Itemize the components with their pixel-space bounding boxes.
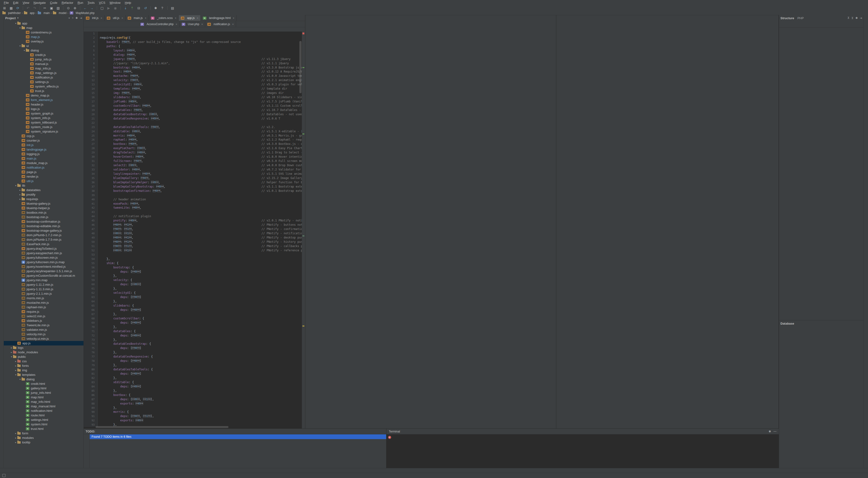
open-icon[interactable]: ⊞ bbox=[2, 6, 7, 10]
tree-item[interactable]: JSslidebars.js bbox=[4, 318, 84, 323]
tree-item[interactable]: JSnotification.js bbox=[4, 165, 84, 170]
tree-item[interactable]: JSform_element.js bbox=[4, 98, 84, 102]
tree-item[interactable]: JSsystem_graph.js bbox=[4, 111, 84, 116]
code-line[interactable]: 9 bootstrap: 0,// v3.3.0 Bootstrap js … bbox=[84, 66, 305, 70]
code-line[interactable]: 5 layout: 0, bbox=[84, 49, 305, 53]
code-line[interactable]: 31 fullScreen: 0,// v0.5.0 Full screen… bbox=[84, 159, 305, 163]
menu-code[interactable]: Code bbox=[48, 0, 59, 5]
code-line[interactable]: 19 datatables: 0,// v1.10.7 DataTables… bbox=[84, 108, 305, 113]
todo-list[interactable]: Found 7 TODO items in 6 files bbox=[90, 434, 386, 468]
code-line[interactable]: 61 }, bbox=[84, 287, 305, 291]
tree-item[interactable]: JSmanual.js bbox=[4, 62, 84, 66]
close-icon[interactable]: × bbox=[176, 23, 177, 26]
error-stripe[interactable] bbox=[302, 32, 305, 428]
code-line[interactable]: 80 datatablesTableTools: { bbox=[84, 368, 305, 372]
code-line[interactable]: 39 bbox=[84, 193, 305, 197]
tree-item[interactable]: JSlandingpage.js bbox=[4, 147, 84, 152]
tree-item[interactable]: ▾templates bbox=[4, 373, 84, 377]
tree-item[interactable]: JSvelocity.min.js bbox=[4, 332, 84, 337]
tree-item[interactable]: Hmap.html bbox=[4, 395, 84, 400]
code-line[interactable]: 57 deps: [0] bbox=[84, 270, 305, 274]
tab-notification-js[interactable]: JSnotification.js× bbox=[205, 21, 236, 27]
forward-icon[interactable]: → bbox=[90, 6, 94, 10]
code-line[interactable]: 43 bbox=[84, 210, 305, 214]
close-icon[interactable]: × bbox=[145, 17, 146, 20]
terminal-output[interactable] bbox=[393, 434, 779, 468]
tree-item[interactable]: JSsystem_info.js bbox=[4, 116, 84, 120]
synchronize-icon[interactable]: ⟳ bbox=[16, 6, 20, 10]
menu-tools[interactable]: Tools bbox=[86, 0, 97, 5]
tree-item[interactable]: Hsystem.html bbox=[4, 422, 84, 426]
code-line[interactable]: 35 blueImpGallery: 0,// v2.15.2 Image … bbox=[84, 176, 305, 181]
tree-item[interactable]: JSselect2.min.js bbox=[4, 314, 84, 318]
menu-refactor[interactable]: Refactor bbox=[60, 0, 75, 5]
menu-vcs[interactable]: VCS bbox=[97, 0, 107, 5]
tree-item[interactable]: JSblueimp-helper.js bbox=[4, 206, 84, 210]
code-line[interactable]: 79 }, bbox=[84, 363, 305, 368]
tree-item[interactable]: JSEasePack.min.js bbox=[4, 242, 84, 246]
tree-item[interactable]: JSrender.js bbox=[4, 174, 84, 179]
toolwindow-toggle-icon[interactable] bbox=[2, 474, 5, 477]
menu-navigate[interactable]: Navigate bbox=[32, 0, 48, 5]
tree-item[interactable]: JSjquery.mCustomScrollb ar.concat.m bbox=[4, 274, 84, 278]
code-line[interactable]: 36 blueImpGalleryHelper: 0,// helper f… bbox=[84, 181, 305, 185]
tree-item[interactable]: JSjquery.lazylinepainter-1.5.1.min.js bbox=[4, 269, 84, 274]
close-icon[interactable]: × bbox=[202, 23, 203, 26]
tree-item[interactable]: ▸datatables bbox=[4, 188, 84, 192]
tree-item[interactable]: JSoverlay.js bbox=[4, 39, 84, 44]
tree-item[interactable]: JScontextmenu.js bbox=[4, 30, 84, 35]
tab-util-js[interactable]: JSutil.js× bbox=[104, 15, 125, 21]
project-tree[interactable]: ▾app▾map JScontextmenu.js JSmap.js JSove… bbox=[4, 21, 84, 468]
settings-icon[interactable]: ✱ bbox=[153, 6, 158, 10]
tab-main-js[interactable]: JSmain.js× bbox=[125, 15, 149, 21]
paste-icon[interactable]: ▧ bbox=[56, 6, 60, 10]
close-icon[interactable]: × bbox=[175, 17, 176, 20]
code-line[interactable]: 20 datatablesBootstrap: 0,// DataTable… bbox=[84, 113, 305, 117]
code-line[interactable]: 21 datatablesResponsive: 0,// v1.0.6 T bbox=[84, 117, 305, 121]
code-line[interactable]: 53 bbox=[84, 253, 305, 257]
tab-user-php[interactable]: PUser.php× bbox=[180, 21, 205, 27]
code-line[interactable]: 70 }, bbox=[84, 325, 305, 329]
tree-item[interactable]: JSsystem_effects.js bbox=[4, 84, 84, 89]
code-line[interactable]: 41 easePack: 0, bbox=[84, 202, 305, 206]
code-line[interactable]: 13 velocityUI: 0,// v5.0.3 plugin for … bbox=[84, 83, 305, 87]
tree-item[interactable]: ▾map bbox=[4, 26, 84, 30]
code-line[interactable]: 60 deps: [0] bbox=[84, 282, 305, 287]
tab-_colors-scss[interactable]: S_colors.scss× bbox=[149, 15, 179, 21]
database-tree[interactable] bbox=[779, 326, 864, 468]
code-line[interactable]: 62 velocityUI: { bbox=[84, 291, 305, 295]
vertical-scrollbar[interactable] bbox=[299, 41, 302, 93]
code-line[interactable]: 34 lazylinepainter: 0,// v1.5.1 SVG li… bbox=[84, 172, 305, 176]
tab-landingpage-html[interactable]: Hlandingpage.html× bbox=[201, 15, 237, 21]
tree-item[interactable]: JSinit.js bbox=[4, 143, 84, 147]
tree-item[interactable]: JSvelocity.ui.min.js bbox=[4, 337, 84, 341]
tree-item[interactable]: JSvalidator.min.js bbox=[4, 327, 84, 332]
close-icon[interactable]: × bbox=[233, 17, 234, 20]
tree-item[interactable]: ▾lib bbox=[4, 183, 84, 188]
code-line[interactable]: 76 }, bbox=[84, 350, 305, 355]
code-line[interactable]: 91 deps: [0, 1], bbox=[84, 414, 305, 418]
code-line[interactable]: 25 morris: 0,// v0.5.1 Morris.js - gra… bbox=[84, 134, 305, 138]
code-line[interactable]: 81 deps: [0] bbox=[84, 372, 305, 376]
code-line[interactable]: 40 // header animation bbox=[84, 197, 305, 202]
run-icon[interactable]: ▶ bbox=[106, 6, 111, 10]
tree-item[interactable]: Hgallery.html bbox=[4, 386, 84, 390]
code-line[interactable]: 65 slidebars: { bbox=[84, 304, 305, 308]
code-line[interactable]: 92 exports: 0 bbox=[84, 418, 305, 423]
code-line[interactable]: 26 raphael: 0,// v2.1.2 Raphaël - requ… bbox=[84, 138, 305, 142]
code-line[interactable]: 52 0: 1// PNotify - reference push n… bbox=[84, 249, 305, 253]
tree-item[interactable]: JSraphael-min.js bbox=[4, 305, 84, 310]
tree-item[interactable]: JSjquery-1.11.2.min.js bbox=[4, 282, 84, 287]
compare-icon[interactable]: ⊟ bbox=[137, 6, 141, 10]
close-icon[interactable]: × bbox=[197, 17, 198, 20]
code-line[interactable]: 55 shim: { bbox=[84, 261, 305, 265]
code-line[interactable]: 15 img: 0,// images dir bbox=[84, 91, 305, 95]
breadcrumb-item[interactable]: model bbox=[53, 11, 66, 15]
horizontal-scrollbar[interactable] bbox=[96, 426, 228, 428]
tree-item[interactable]: Hmap_info.html bbox=[4, 400, 84, 404]
code-line[interactable]: 82 }, bbox=[84, 376, 305, 380]
tree-item[interactable]: ▸pnotify bbox=[4, 192, 84, 197]
code-line[interactable]: 28 easyPieChart: 0,// v2.1.6 Easy Pie … bbox=[84, 146, 305, 151]
save-all-icon[interactable]: ▦ bbox=[9, 6, 13, 10]
tree-item[interactable]: JSbootstrap-confirmation.js bbox=[4, 219, 84, 224]
